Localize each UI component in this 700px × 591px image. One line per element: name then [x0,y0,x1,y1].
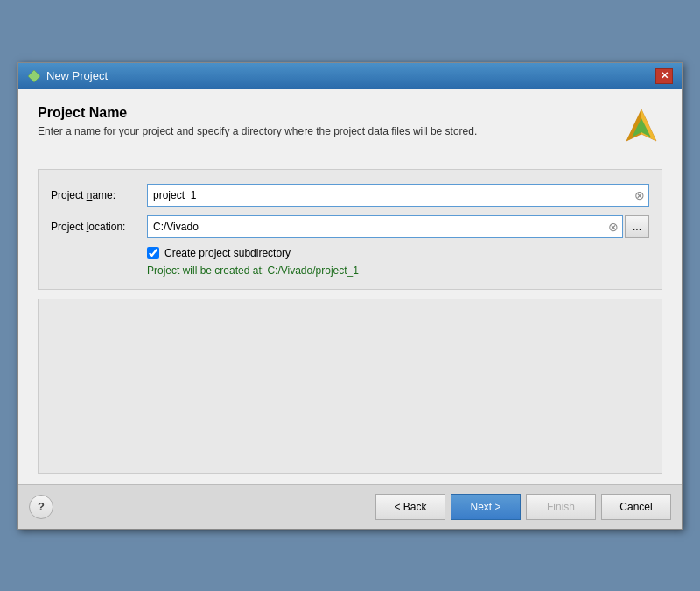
cancel-button[interactable]: Cancel [601,494,671,520]
form-area: Project name: ⊗ Project location: ⊗ ... [38,169,662,290]
close-button[interactable]: ✕ [655,68,673,84]
create-subdirectory-checkbox[interactable] [147,247,159,259]
header-section: Project Name Enter a name for your proje… [38,105,662,158]
project-name-label: Project name: [51,189,147,201]
project-path-value: C:/Vivado/project_1 [267,264,359,277]
new-project-window: New Project ✕ Project Name Enter a name … [18,62,682,530]
header-logo [620,105,662,147]
title-bar: New Project ✕ [18,63,682,89]
window-title: New Project [46,69,108,82]
bottom-bar: ? < Back Next > Finish Cancel [18,484,682,529]
project-path-info: Project will be created at: C:/Vivado/pr… [51,264,649,277]
project-location-input-browse-wrapper: ⊗ ... [147,215,649,238]
project-location-row: Project location: ⊗ ... [51,215,649,238]
header-description: Enter a name for your project and specif… [38,125,620,137]
browse-button[interactable]: ... [625,215,649,238]
header-title: Project Name [38,105,620,121]
window-icon [27,69,41,83]
back-button[interactable]: < Back [375,494,445,520]
help-button[interactable]: ? [29,495,53,519]
project-location-input[interactable] [147,215,623,238]
checkbox-label[interactable]: Create project subdirectory [164,247,290,259]
project-name-clear-button[interactable]: ⊗ [632,187,648,203]
content-area: Project Name Enter a name for your proje… [18,89,682,484]
next-button[interactable]: Next > [451,494,521,520]
main-content-area [38,299,662,474]
project-location-input-container: ⊗ [147,215,623,238]
project-name-input[interactable] [147,184,649,207]
header-text: Project Name Enter a name for your proje… [38,105,620,137]
checkbox-row: Create project subdirectory [51,247,649,259]
project-location-clear-button[interactable]: ⊗ [606,219,621,235]
project-name-row: Project name: ⊗ [51,184,649,207]
bottom-right: < Back Next > Finish Cancel [375,494,671,520]
project-path-prefix: Project will be created at: [147,264,267,277]
finish-button[interactable]: Finish [526,494,596,520]
project-location-label: Project location: [51,221,147,233]
title-bar-left: New Project [27,69,108,83]
project-name-input-wrapper: ⊗ [147,184,649,207]
bottom-left: ? [29,495,53,519]
svg-marker-0 [28,70,40,82]
vivado-logo [623,108,660,144]
